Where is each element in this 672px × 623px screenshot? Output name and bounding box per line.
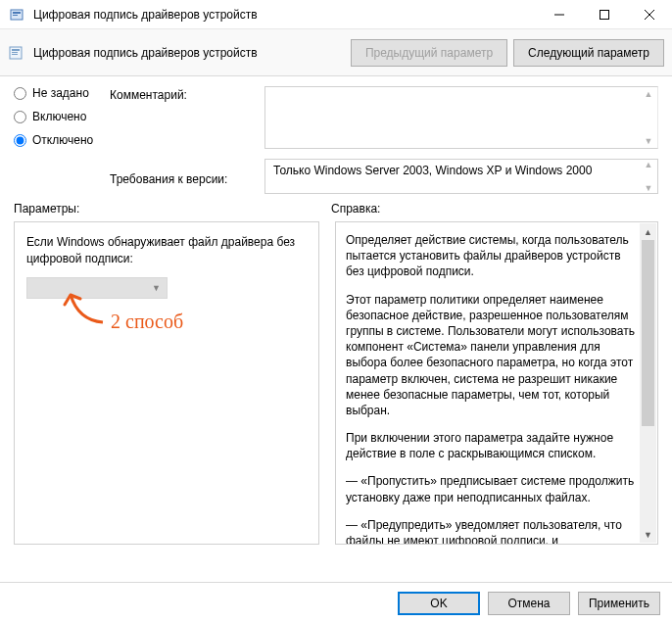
radio-not-configured[interactable]: Не задано xyxy=(14,86,110,100)
scroll-down-icon: ▼ xyxy=(642,183,655,193)
action-dropdown[interactable]: ▼ xyxy=(26,277,168,299)
parameters-panel: Если Windows обнаруживает файл драйвера … xyxy=(14,221,319,545)
svg-rect-1 xyxy=(13,12,21,14)
radio-not-configured-input[interactable] xyxy=(14,87,26,100)
radio-label: Не задано xyxy=(32,86,89,100)
help-section-label: Справка: xyxy=(331,202,658,216)
comment-textarea[interactable]: ▲ ▼ xyxy=(264,86,658,149)
close-button[interactable] xyxy=(627,0,672,29)
help-paragraph: При включении этого параметра задайте ну… xyxy=(346,430,636,461)
help-panel: Определяет действие системы, когда польз… xyxy=(335,221,658,545)
help-paragraph: Этот параметр политики определяет наимен… xyxy=(346,292,636,419)
scroll-track[interactable] xyxy=(640,426,656,526)
svg-rect-2 xyxy=(13,15,18,16)
svg-rect-9 xyxy=(12,52,18,53)
annotation-method2: 2 способ xyxy=(64,291,260,350)
comment-label: Комментарий: xyxy=(110,88,264,102)
scroll-up-icon: ▲ xyxy=(642,89,655,99)
scroll-down-button[interactable]: ▼ xyxy=(640,526,656,543)
footer: OK Отмена Применить xyxy=(0,582,672,623)
radio-enabled-input[interactable] xyxy=(14,111,26,123)
radio-label: Включено xyxy=(32,110,86,123)
annotation-text-2: 2 способ xyxy=(111,311,183,333)
svg-rect-8 xyxy=(12,49,20,51)
requirements-label: Требования к версии: xyxy=(110,172,264,186)
scroll-up-button[interactable]: ▲ xyxy=(640,223,656,240)
app-icon xyxy=(10,7,25,23)
help-paragraph: — «Пропустить» предписывает системе прод… xyxy=(346,473,636,504)
svg-rect-4 xyxy=(600,10,609,19)
toolbar-title: Цифровая подпись драйверов устройств xyxy=(33,46,345,60)
window-title: Цифровая подпись драйверов устройств xyxy=(33,8,537,22)
radio-enabled[interactable]: Включено xyxy=(14,110,110,123)
titlebar: Цифровая подпись драйверов устройств xyxy=(0,0,672,29)
radio-label: Отключено xyxy=(32,133,93,147)
next-setting-button[interactable]: Следующий параметр xyxy=(513,39,664,67)
chevron-down-icon: ▼ xyxy=(152,283,161,293)
options-heading: Если Windows обнаруживает файл драйвера … xyxy=(26,234,307,267)
requirements-box: Только Windows Server 2003, Windows XP и… xyxy=(264,159,658,194)
apply-button[interactable]: Применить xyxy=(578,592,660,615)
help-paragraph: Определяет действие системы, когда польз… xyxy=(346,232,636,280)
minimize-button[interactable] xyxy=(537,0,582,29)
radio-disabled[interactable]: Отключено xyxy=(14,133,110,147)
toolbar: Цифровая подпись драйверов устройств Пре… xyxy=(0,29,672,76)
help-scrollbar[interactable]: ▲ ▼ xyxy=(640,223,656,543)
ok-button[interactable]: OK xyxy=(398,592,480,615)
parameters-section-label: Параметры: xyxy=(14,202,331,216)
scroll-down-icon: ▼ xyxy=(642,136,655,146)
scroll-thumb[interactable] xyxy=(642,240,654,426)
maximize-button[interactable] xyxy=(582,0,627,29)
policy-icon xyxy=(8,44,25,62)
svg-rect-10 xyxy=(12,54,18,55)
radio-disabled-input[interactable] xyxy=(14,134,26,147)
scroll-up-icon: ▲ xyxy=(642,160,655,169)
help-paragraph: — «Предупредить» уведомляет пользователя… xyxy=(346,517,636,545)
cancel-button[interactable]: Отмена xyxy=(488,592,570,615)
requirements-value: Только Windows Server 2003, Windows XP и… xyxy=(273,164,592,177)
previous-setting-button[interactable]: Предыдущий параметр xyxy=(351,39,507,67)
help-text: Определяет действие системы, когда польз… xyxy=(346,232,636,545)
